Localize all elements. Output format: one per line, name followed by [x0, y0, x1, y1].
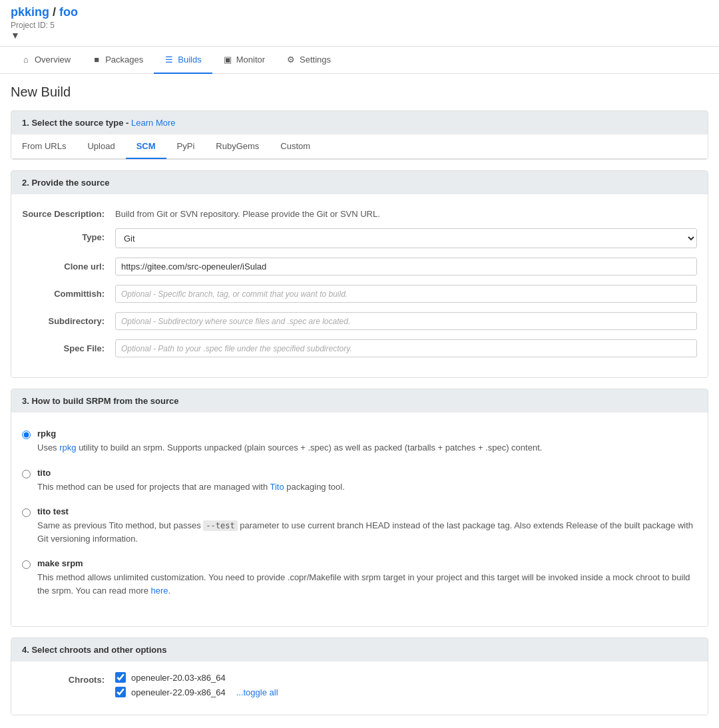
box-icon: ■: [92, 55, 101, 65]
rpkg-label: rpkg: [37, 429, 697, 439]
section3-header: 3. How to build SRPM from the source: [11, 389, 708, 413]
method-make-srpm: make srpm This method allows unlimited c…: [22, 558, 697, 597]
section-provide-source: 2. Provide the source Source Description…: [11, 170, 708, 378]
section4-header: 4. Select chroots and other options: [11, 638, 708, 661]
source-description-row: Source Description: Build from Git or SV…: [22, 205, 697, 219]
rpkg-radio[interactable]: [22, 431, 31, 439]
rpkg-desc: Uses rpkg utility to build an srpm. Supp…: [37, 441, 697, 455]
chroot-label-1: openeuler-22.09-x86_64: [131, 687, 226, 697]
tito-test-desc: Same as previous Tito method, but passes…: [37, 519, 697, 545]
committish-field[interactable]: [115, 285, 697, 303]
source-description-label: Source Description:: [22, 205, 115, 219]
project-org: pkking: [11, 5, 49, 19]
tito-radio[interactable]: [22, 470, 31, 478]
subdirectory-field[interactable]: [115, 312, 697, 330]
project-id: Project ID: 5: [11, 21, 708, 30]
subdirectory-row: Subdirectory:: [22, 312, 697, 330]
clone-url-input[interactable]: [115, 258, 697, 275]
tito-link[interactable]: Tito: [270, 482, 284, 492]
tab-monitor[interactable]: ▣ Monitor: [212, 47, 276, 74]
chroot-item-0: openeuler-20.03-x86_64: [115, 672, 697, 683]
section1-body: From URLs Upload SCM PyPi RubyGems Custo…: [11, 134, 708, 159]
spec-file-label: Spec File:: [22, 339, 115, 353]
tab-rubygems[interactable]: RubyGems: [205, 134, 270, 159]
type-field[interactable]: Git SVN: [115, 228, 697, 248]
tito-label: tito: [37, 468, 697, 478]
top-bar: pkking / foo Project ID: 5 ▼: [0, 0, 719, 47]
tab-builds[interactable]: ☰ Builds: [154, 47, 212, 74]
make-srpm-radio[interactable]: [22, 560, 31, 569]
source-type-tabs: From URLs Upload SCM PyPi RubyGems Custo…: [11, 134, 708, 159]
home-icon: ⌂: [21, 55, 31, 65]
test-flag-code: --test: [203, 520, 237, 531]
tab-overview[interactable]: ⌂ Overview: [11, 47, 81, 74]
section-chroots: 4. Select chroots and other options Chro…: [11, 637, 708, 715]
tab-upload[interactable]: Upload: [77, 134, 125, 159]
method-rpkg: rpkg Uses rpkg utility to build an srpm.…: [22, 429, 697, 455]
committish-input[interactable]: [115, 285, 697, 303]
subdirectory-input[interactable]: [115, 312, 697, 330]
tito-test-radio[interactable]: [22, 508, 31, 517]
spec-file-input[interactable]: [115, 339, 697, 357]
make-srpm-here-link[interactable]: here: [151, 586, 168, 596]
section-source-type: 1. Select the source type - Learn More F…: [11, 110, 708, 160]
clone-url-field[interactable]: [115, 258, 697, 275]
committish-label: Committish:: [22, 285, 115, 299]
type-row: Type: Git SVN: [22, 228, 697, 248]
section4-body: Chroots: openeuler-20.03-x86_64 openeule…: [11, 661, 708, 715]
main-nav: ⌂ Overview ■ Packages ☰ Builds ▣ Monitor…: [0, 47, 719, 74]
source-description-value: Build from Git or SVN repository. Please…: [115, 205, 697, 219]
tab-packages[interactable]: ■ Packages: [81, 47, 154, 74]
builds-icon: ☰: [164, 55, 174, 65]
section1-header: 1. Select the source type - Learn More: [11, 111, 708, 134]
settings-icon: ⚙: [286, 55, 296, 65]
project-title: pkking / foo: [11, 5, 78, 19]
page-title: New Build: [11, 85, 708, 100]
tab-custom[interactable]: Custom: [270, 134, 321, 159]
monitor-icon: ▣: [223, 55, 232, 65]
type-label: Type:: [22, 228, 115, 242]
page-content: New Build 1. Select the source type - Le…: [0, 74, 719, 728]
chroot-checkbox-0[interactable]: [115, 672, 126, 683]
spec-file-row: Spec File:: [22, 339, 697, 357]
method-tito-test: tito test Same as previous Tito method, …: [22, 506, 697, 545]
rpkg-link[interactable]: rpkg: [59, 443, 76, 453]
chroots-row: Chroots: openeuler-20.03-x86_64 openeule…: [22, 672, 697, 697]
clone-url-label: Clone url:: [22, 258, 115, 272]
committish-row: Committish:: [22, 285, 697, 303]
spec-file-field[interactable]: [115, 339, 697, 357]
toggle-all-link[interactable]: ...toggle all: [236, 687, 278, 697]
section2-header: 2. Provide the source: [11, 171, 708, 194]
section-build-srpm: 3. How to build SRPM from the source rpk…: [11, 389, 708, 627]
learn-more-link[interactable]: Learn More: [131, 118, 175, 128]
chroot-item-1: openeuler-22.09-x86_64 ...toggle all: [115, 687, 697, 697]
chroot-checkbox-1[interactable]: [115, 687, 126, 697]
project-name: foo: [59, 5, 78, 19]
chevron-down-icon[interactable]: ▼: [11, 30, 708, 41]
section3-body: rpkg Uses rpkg utility to build an srpm.…: [11, 413, 708, 626]
clone-url-row: Clone url:: [22, 258, 697, 275]
make-srpm-label: make srpm: [37, 558, 697, 568]
subdirectory-label: Subdirectory:: [22, 312, 115, 326]
chroots-label: Chroots:: [22, 672, 115, 685]
tab-settings[interactable]: ⚙ Settings: [276, 47, 342, 74]
tito-desc: This method can be used for projects tha…: [37, 480, 697, 494]
project-nav: pkking / foo: [11, 5, 708, 19]
make-srpm-desc: This method allows unlimited customizati…: [37, 571, 697, 597]
tab-from-urls[interactable]: From URLs: [11, 134, 77, 159]
type-select[interactable]: Git SVN: [115, 228, 697, 248]
section2-body: Source Description: Build from Git or SV…: [11, 194, 708, 377]
chroot-label-0: openeuler-20.03-x86_64: [131, 673, 226, 683]
method-tito: tito This method can be used for project…: [22, 468, 697, 494]
tab-scm[interactable]: SCM: [126, 134, 166, 159]
tito-test-label: tito test: [37, 506, 697, 516]
chroot-list: openeuler-20.03-x86_64 openeuler-22.09-x…: [115, 672, 697, 697]
build-method-group: rpkg Uses rpkg utility to build an srpm.…: [22, 423, 697, 616]
tab-pypi[interactable]: PyPi: [166, 134, 206, 159]
